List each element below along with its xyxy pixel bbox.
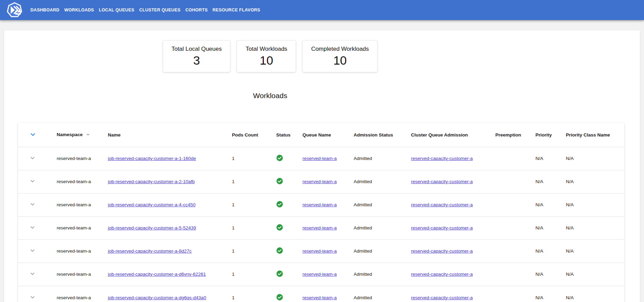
queue-name-link[interactable]: reserved-team-a — [302, 272, 337, 277]
expand-all-chevron-icon[interactable] — [30, 131, 36, 139]
workload-table-row: reserved-team-a job-reserved-capacity-cu… — [18, 239, 624, 263]
cell-status — [276, 147, 302, 170]
cell-preemption — [495, 147, 535, 170]
status-check-circle-icon — [276, 224, 283, 232]
cluster-queue-admission-link[interactable]: reserved-capacity-customer-a — [411, 272, 473, 277]
cluster-queue-admission-link[interactable]: reserved-capacity-customer-a — [411, 225, 473, 230]
cell-status — [276, 286, 302, 302]
table-header-row: Namespace Name Pods Count Status Queue N… — [18, 123, 624, 147]
cluster-queue-admission-link[interactable]: reserved-capacity-customer-a — [411, 202, 473, 207]
cell-pods-count: 1 — [232, 286, 276, 302]
stat-card-total-local-queues: Total Local Queues 3 — [163, 40, 231, 72]
cell-admission-status: Admitted — [354, 239, 411, 263]
cell-namespace: reserved-team-a — [57, 147, 108, 170]
column-header-label: Namespace — [57, 132, 83, 137]
cell-admission-status: Admitted — [354, 147, 411, 170]
workload-name-link[interactable]: job-reserved-capacity-customer-a-d6vnv-6… — [108, 272, 206, 277]
cell-status — [276, 263, 302, 286]
queue-name-link[interactable]: reserved-team-a — [302, 248, 337, 254]
workload-table-row: reserved-team-a job-reserved-capacity-cu… — [18, 147, 624, 170]
row-expand-chevron-icon[interactable] — [30, 201, 35, 208]
cell-admission-status: Admitted — [354, 286, 411, 302]
cell-admission-status: Admitted — [354, 216, 411, 239]
nav-item-workloads[interactable]: WORKLOADS — [64, 6, 95, 15]
cell-cluster-queue-admission: reserved-capacity-customer-a — [411, 239, 495, 263]
nav-item-dashboard[interactable]: DASHBOARD — [30, 6, 60, 15]
workload-name-link[interactable]: job-reserved-capacity-customer-a-4-cc450 — [108, 202, 196, 207]
queue-name-link[interactable]: reserved-team-a — [302, 156, 337, 161]
cell-pods-count: 1 — [232, 239, 276, 263]
column-header-priority-class-name[interactable]: Priority Class Name — [566, 123, 624, 147]
cluster-queue-admission-link[interactable]: reserved-capacity-customer-a — [411, 295, 473, 300]
column-header-cluster-queue-admission[interactable]: Cluster Queue Admission — [411, 123, 495, 147]
column-header-priority[interactable]: Priority — [535, 123, 566, 147]
sort-chevron-icon[interactable] — [86, 133, 90, 138]
cluster-queue-admission-link[interactable]: reserved-capacity-customer-a — [411, 156, 473, 161]
workload-name-link[interactable]: job-reserved-capacity-customer-a-5-52439 — [108, 225, 196, 230]
queue-name-link[interactable]: reserved-team-a — [302, 295, 337, 300]
workloads-section-title: Workloads — [0, 92, 588, 100]
cell-status — [276, 193, 302, 216]
queue-name-link[interactable]: reserved-team-a — [302, 225, 337, 230]
cluster-queue-admission-link[interactable]: reserved-capacity-customer-a — [411, 248, 473, 254]
row-expand-chevron-icon[interactable] — [30, 178, 35, 185]
column-header-status[interactable]: Status — [276, 123, 302, 147]
workload-table-row: reserved-team-a job-reserved-capacity-cu… — [18, 263, 624, 286]
status-check-circle-icon — [276, 201, 283, 209]
workload-name-link[interactable]: job-reserved-capacity-customer-a-8d27c — [108, 248, 192, 254]
cell-namespace: reserved-team-a — [57, 216, 108, 239]
cell-queue-name: reserved-team-a — [302, 263, 354, 286]
column-header-admission-status[interactable]: Admission Status — [354, 123, 411, 147]
nav-item-resource-flavors[interactable]: RESOURCE FLAVORS — [212, 6, 261, 15]
cell-queue-name: reserved-team-a — [302, 216, 354, 239]
column-header-preemption[interactable]: Preemption — [495, 123, 535, 147]
column-header-name[interactable]: Name — [108, 123, 232, 147]
cell-name: job-reserved-capacity-customer-a-2-10afb — [108, 170, 232, 193]
nav-item-cohorts[interactable]: COHORTS — [185, 6, 208, 15]
workload-name-link[interactable]: job-reserved-capacity-customer-a-dg6qs-d… — [108, 295, 206, 300]
cluster-queue-admission-link[interactable]: reserved-capacity-customer-a — [411, 179, 473, 184]
cell-admission-status: Admitted — [354, 170, 411, 193]
cell-cluster-queue-admission: reserved-capacity-customer-a — [411, 170, 495, 193]
cell-priority: N/A — [535, 239, 566, 263]
cell-admission-status: Admitted — [354, 263, 411, 286]
nav-item-local-queues[interactable]: LOCAL QUEUES — [98, 6, 135, 15]
cell-pods-count: 1 — [232, 147, 276, 170]
row-expand-chevron-icon[interactable] — [30, 271, 35, 277]
row-expand-chevron-icon[interactable] — [30, 248, 35, 254]
cell-name: job-reserved-capacity-customer-a-5-52439 — [108, 216, 232, 239]
cell-namespace: reserved-team-a — [57, 193, 108, 216]
cell-preemption — [495, 286, 535, 302]
cell-pods-count: 1 — [232, 193, 276, 216]
kueue-logo[interactable] — [6, 2, 23, 18]
queue-name-link[interactable]: reserved-team-a — [302, 202, 337, 207]
cell-namespace: reserved-team-a — [57, 239, 108, 263]
column-header-queue-name[interactable]: Queue Name — [302, 123, 354, 147]
workload-table-row: reserved-team-a job-reserved-capacity-cu… — [18, 193, 624, 216]
row-expand-chevron-icon[interactable] — [30, 225, 35, 231]
workload-name-link[interactable]: job-reserved-capacity-customer-a-1-160de — [108, 156, 196, 161]
column-header-pods-count[interactable]: Pods Count — [232, 123, 276, 147]
workload-table-row: reserved-team-a job-reserved-capacity-cu… — [18, 286, 624, 302]
stat-value: 10 — [245, 53, 287, 68]
cell-cluster-queue-admission: reserved-capacity-customer-a — [411, 193, 495, 216]
row-expand-chevron-icon[interactable] — [30, 294, 35, 301]
row-expand-chevron-icon[interactable] — [30, 155, 35, 162]
cell-priority-class-name: N/A — [566, 263, 624, 286]
cell-cluster-queue-admission: reserved-capacity-customer-a — [411, 216, 495, 239]
nav-item-cluster-queues[interactable]: CLUSTER QUEUES — [139, 6, 181, 15]
column-header-namespace[interactable]: Namespace — [57, 123, 108, 147]
cell-queue-name: reserved-team-a — [302, 147, 354, 170]
cell-pods-count: 1 — [232, 263, 276, 286]
status-check-circle-icon — [276, 247, 283, 255]
workload-name-link[interactable]: job-reserved-capacity-customer-a-2-10afb — [108, 179, 195, 184]
main-content-panel: Total Local Queues 3 Total Workloads 10 … — [4, 30, 640, 302]
queue-name-link[interactable]: reserved-team-a — [302, 179, 337, 184]
cell-pods-count: 1 — [232, 216, 276, 239]
workloads-table-body: reserved-team-a job-reserved-capacity-cu… — [18, 147, 624, 302]
cell-priority-class-name: N/A — [566, 216, 624, 239]
cell-queue-name: reserved-team-a — [302, 239, 354, 263]
cell-admission-status: Admitted — [354, 193, 411, 216]
cell-cluster-queue-admission: reserved-capacity-customer-a — [411, 263, 495, 286]
cell-namespace: reserved-team-a — [57, 263, 108, 286]
